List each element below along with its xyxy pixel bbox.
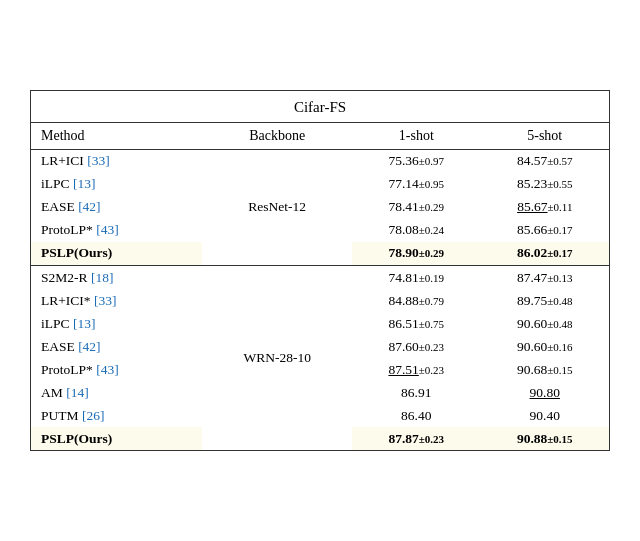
ref-label: [13] <box>73 176 96 191</box>
ref-label: [14] <box>66 385 89 400</box>
ref-label: [26] <box>82 408 105 423</box>
underlined-value: 85.67 <box>517 199 547 214</box>
method-cell: iLPC [13] <box>31 173 202 196</box>
ref-label: [43] <box>96 222 119 237</box>
method-cell: EASE [42] <box>31 196 202 219</box>
method-cell: PSLP(Ours) <box>31 242 202 266</box>
header-5shot: 5-shot <box>481 122 609 149</box>
table-caption: Cifar-FS <box>31 91 609 123</box>
oneshot-cell: 86.51±0.75 <box>352 312 480 335</box>
method-cell: iLPC [13] <box>31 312 202 335</box>
fiveshot-cell: 90.40 <box>481 404 609 427</box>
fiveshot-cell: 89.75±0.48 <box>481 289 609 312</box>
method-name: PSLP(Ours) <box>41 431 112 446</box>
ref-label: [42] <box>78 199 101 214</box>
method-name: PSLP(Ours) <box>41 245 112 260</box>
oneshot-cell: 75.36±0.97 <box>352 149 480 173</box>
method-name: LR+ICI* <box>41 293 91 308</box>
ref-label: [43] <box>96 362 119 377</box>
method-cell: LR+ICI* [33] <box>31 289 202 312</box>
oneshot-cell: 78.08±0.24 <box>352 219 480 242</box>
method-cell: EASE [42] <box>31 335 202 358</box>
results-table: Cifar-FS Method Backbone 1-shot 5-shot L… <box>30 90 610 452</box>
fiveshot-cell: 85.66±0.17 <box>481 219 609 242</box>
header-backbone: Backbone <box>202 122 352 149</box>
table-row: LR+ICI [33] ResNet-12 75.36±0.97 84.57±0… <box>31 149 609 173</box>
table-header-row: Method Backbone 1-shot 5-shot <box>31 122 609 149</box>
method-name: EASE <box>41 199 75 214</box>
method-name: ProtoLP* <box>41 222 93 237</box>
fiveshot-cell: 87.47±0.13 <box>481 265 609 289</box>
header-1shot: 1-shot <box>352 122 480 149</box>
method-cell: S2M2-R [18] <box>31 265 202 289</box>
oneshot-cell: 87.87±0.23 <box>352 427 480 450</box>
ref-label: [13] <box>73 316 96 331</box>
fiveshot-cell: 86.02±0.17 <box>481 242 609 266</box>
fiveshot-cell: 85.67±0.11 <box>481 196 609 219</box>
oneshot-cell: 78.41±0.29 <box>352 196 480 219</box>
oneshot-cell: 78.90±0.29 <box>352 242 480 266</box>
fiveshot-cell: 84.57±0.57 <box>481 149 609 173</box>
ref-label: [33] <box>94 293 117 308</box>
oneshot-cell: 87.51±0.23 <box>352 358 480 381</box>
table-caption-row: Cifar-FS <box>31 91 609 123</box>
fiveshot-cell: 90.60±0.16 <box>481 335 609 358</box>
fiveshot-cell: 85.23±0.55 <box>481 173 609 196</box>
method-cell: ProtoLP* [43] <box>31 358 202 381</box>
backbone-cell-1: ResNet-12 <box>202 149 352 265</box>
oneshot-cell: 86.91 <box>352 381 480 404</box>
oneshot-cell: 84.88±0.79 <box>352 289 480 312</box>
ref-label: [33] <box>87 153 110 168</box>
method-name: AM <box>41 385 63 400</box>
backbone-cell-2: WRN-28-10 <box>202 265 352 450</box>
fiveshot-cell: 90.60±0.48 <box>481 312 609 335</box>
table-row: S2M2-R [18] WRN-28-10 74.81±0.19 87.47±0… <box>31 265 609 289</box>
method-name: iLPC <box>41 176 70 191</box>
method-cell: ProtoLP* [43] <box>31 219 202 242</box>
header-method: Method <box>31 122 202 149</box>
oneshot-cell: 86.40 <box>352 404 480 427</box>
method-name: PUTM <box>41 408 79 423</box>
fiveshot-cell: 90.88±0.15 <box>481 427 609 450</box>
method-name: EASE <box>41 339 75 354</box>
oneshot-cell: 87.60±0.23 <box>352 335 480 358</box>
fiveshot-cell: 90.68±0.15 <box>481 358 609 381</box>
method-name: ProtoLP* <box>41 362 93 377</box>
ref-label: [18] <box>91 270 114 285</box>
oneshot-cell: 74.81±0.19 <box>352 265 480 289</box>
ref-label: [42] <box>78 339 101 354</box>
method-cell: LR+ICI [33] <box>31 149 202 173</box>
method-name: LR+ICI <box>41 153 84 168</box>
method-cell: PUTM [26] <box>31 404 202 427</box>
fiveshot-cell: 90.80 <box>481 381 609 404</box>
method-name: S2M2-R <box>41 270 88 285</box>
method-cell: PSLP(Ours) <box>31 427 202 450</box>
method-name: iLPC <box>41 316 70 331</box>
oneshot-cell: 77.14±0.95 <box>352 173 480 196</box>
method-cell: AM [14] <box>31 381 202 404</box>
